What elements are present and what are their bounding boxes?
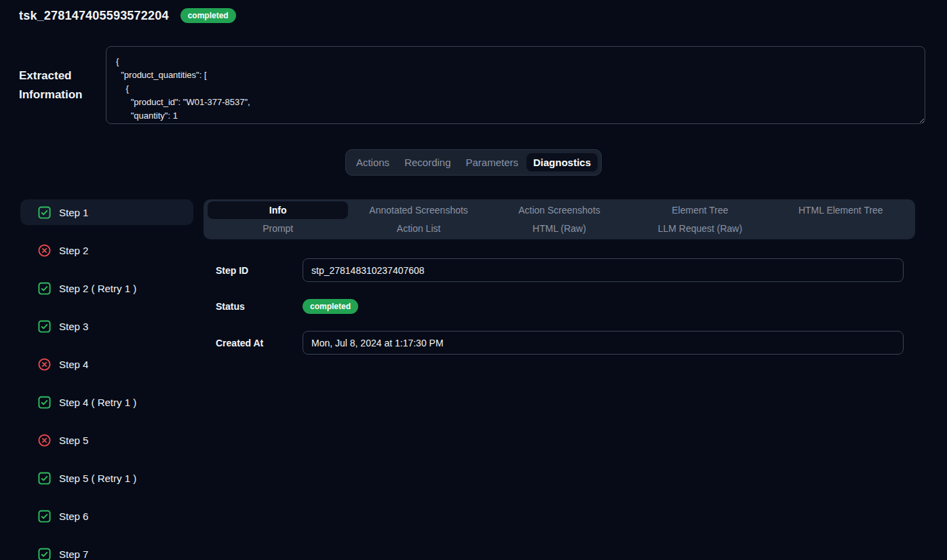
step-label: Step 4 ( Retry 1 ) bbox=[59, 397, 136, 408]
step-id-label: Step ID bbox=[216, 265, 303, 276]
step-item[interactable]: Step 2 ( Retry 1 ) bbox=[20, 275, 193, 301]
step-id-row: Step ID bbox=[216, 258, 904, 282]
created-at-label: Created At bbox=[216, 338, 303, 348]
step-id-input[interactable] bbox=[303, 258, 904, 282]
diagnostics-tab-annotated-screenshots[interactable]: Annotated Screenshots bbox=[348, 201, 488, 219]
task-id: tsk_278147405593572204 bbox=[19, 9, 169, 23]
tab-parameters[interactable]: Parameters bbox=[459, 153, 526, 172]
step-label: Step 7 bbox=[59, 548, 88, 560]
tab-actions[interactable]: Actions bbox=[349, 153, 396, 172]
step-item[interactable]: Step 3 bbox=[20, 313, 193, 339]
main-tab-bar: ActionsRecordingParametersDiagnostics bbox=[345, 149, 602, 176]
step-error-icon bbox=[38, 434, 51, 447]
extracted-information-section: Extracted Information { "product_quantit… bbox=[0, 46, 947, 124]
step-item[interactable]: Step 5 ( Retry 1 ) bbox=[20, 465, 193, 491]
step-label: Step 5 ( Retry 1 ) bbox=[59, 473, 136, 484]
status-label: Status bbox=[216, 301, 303, 312]
created-at-input[interactable] bbox=[303, 331, 904, 355]
step-label: Step 2 ( Retry 1 ) bbox=[59, 283, 136, 294]
step-success-icon bbox=[38, 206, 51, 219]
diagnostics-tab-prompt[interactable]: Prompt bbox=[208, 220, 348, 237]
step-success-icon bbox=[38, 510, 51, 523]
step-success-icon bbox=[38, 472, 51, 485]
step-item[interactable]: Step 2 bbox=[20, 237, 193, 263]
step-label: Step 1 bbox=[59, 207, 88, 218]
step-label: Step 6 bbox=[59, 511, 88, 522]
diagnostics-tab-action-screenshots[interactable]: Action Screenshots bbox=[489, 201, 630, 219]
task-header: tsk_278147405593572204 completed bbox=[0, 0, 947, 23]
step-success-icon bbox=[38, 320, 51, 333]
tab-diagnostics[interactable]: Diagnostics bbox=[526, 153, 598, 172]
step-label: Step 4 bbox=[59, 359, 88, 370]
task-status-badge: completed bbox=[180, 8, 236, 23]
extracted-information-label: Extracted Information bbox=[19, 66, 106, 104]
step-item[interactable]: Step 4 ( Retry 1 ) bbox=[20, 389, 193, 415]
diagnostics-panel: InfoAnnotated ScreenshotsAction Screensh… bbox=[204, 199, 915, 560]
step-label: Step 5 bbox=[59, 435, 88, 446]
step-item[interactable]: Step 6 bbox=[20, 503, 193, 529]
extracted-information-textarea[interactable]: { "product_quantities": [ { "product_id"… bbox=[106, 46, 925, 124]
tab-recording[interactable]: Recording bbox=[398, 153, 457, 172]
step-status-badge: completed bbox=[303, 299, 358, 314]
diagnostics-tab-bar: InfoAnnotated ScreenshotsAction Screensh… bbox=[204, 199, 915, 239]
diagnostics-tab-element-tree[interactable]: Element Tree bbox=[630, 201, 770, 219]
step-success-icon bbox=[38, 396, 51, 409]
step-error-icon bbox=[38, 358, 51, 371]
step-item[interactable]: Step 7 bbox=[20, 541, 193, 560]
step-success-icon bbox=[38, 282, 51, 295]
diagnostics-tab-html-element-tree[interactable]: HTML Element Tree bbox=[771, 201, 911, 219]
info-fields: Step ID Status completed Created At bbox=[204, 258, 915, 355]
step-list: Step 1Step 2Step 2 ( Retry 1 )Step 3Step… bbox=[20, 199, 193, 560]
step-label: Step 3 bbox=[59, 321, 88, 332]
status-row: Status completed bbox=[216, 299, 904, 314]
step-item[interactable]: Step 1 bbox=[20, 199, 193, 225]
step-item[interactable]: Step 5 bbox=[20, 427, 193, 453]
step-item[interactable]: Step 4 bbox=[20, 351, 193, 377]
diagnostics-tab-llm-request-raw[interactable]: LLM Request (Raw) bbox=[630, 220, 770, 237]
diagnostics-tab-html-raw[interactable]: HTML (Raw) bbox=[489, 220, 630, 237]
diagnostics-tab-info[interactable]: Info bbox=[208, 201, 348, 219]
step-success-icon bbox=[38, 548, 51, 560]
created-at-row: Created At bbox=[216, 331, 904, 355]
step-error-icon bbox=[38, 244, 51, 257]
step-label: Step 2 bbox=[59, 245, 88, 256]
diagnostics-tab-action-list[interactable]: Action List bbox=[348, 220, 488, 237]
